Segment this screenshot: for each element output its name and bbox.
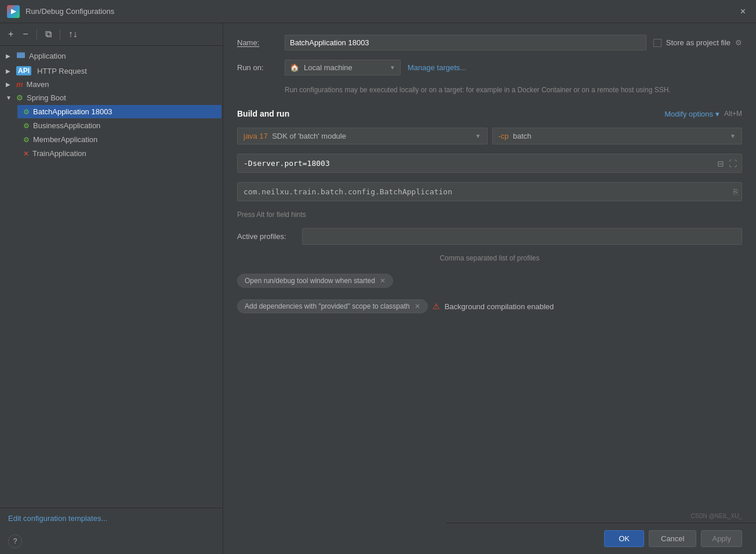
tree-group-application: ▶ Application bbox=[0, 48, 223, 64]
remove-config-button[interactable]: − bbox=[20, 28, 30, 41]
spring-app-icon-batch: ⚙ bbox=[23, 108, 30, 116]
tree-item-batch-app[interactable]: ⚙ BatchApplication 18003 bbox=[17, 105, 221, 118]
chip-debug-close-icon[interactable]: ✕ bbox=[380, 277, 386, 285]
tree-group-maven-header[interactable]: ▶ m Maven bbox=[0, 78, 223, 91]
spring-app-icon-business: ⚙ bbox=[23, 122, 30, 130]
cp-dropdown-chevron-icon: ▼ bbox=[730, 133, 736, 139]
toolbar-separator bbox=[37, 29, 37, 39]
application-folder-icon bbox=[16, 50, 26, 61]
add-config-button[interactable]: + bbox=[6, 28, 16, 41]
close-button[interactable]: × bbox=[737, 5, 749, 18]
watermark: CSDN @NEIL_XU_ bbox=[690, 513, 742, 519]
toolbar-separator-2 bbox=[60, 29, 60, 39]
chevron-right-icon: ▶ bbox=[6, 53, 13, 59]
manage-targets-link[interactable]: Manage targets... bbox=[408, 63, 466, 72]
modify-options-shortcut: Alt+M bbox=[724, 110, 742, 118]
run-on-dropdown[interactable]: 🏠 Local machine ▼ bbox=[285, 60, 401, 75]
build-sdk-row: java 17 SDK of 'batch' module ▼ -cp batc… bbox=[237, 128, 742, 144]
window-title: Run/Debug Configurations bbox=[26, 7, 731, 16]
tree-item-member-label: MemberApplication bbox=[33, 135, 97, 144]
name-input[interactable] bbox=[285, 35, 646, 50]
bg-compile-info: ⚠ Background compilation enabled bbox=[432, 302, 554, 311]
sidebar-tree: ▶ Application ▶ API HTTP Request ▶ bbox=[0, 46, 223, 279]
tree-item-train-app[interactable]: ✕ TrainApplication bbox=[17, 147, 221, 160]
copy-main-class-icon[interactable]: ⎘ bbox=[733, 187, 738, 196]
cp-text: -cp batch bbox=[499, 132, 532, 140]
sort-config-button[interactable]: ↑↓ bbox=[66, 28, 80, 41]
edit-templates-link[interactable]: Edit configuration templates... bbox=[8, 514, 107, 523]
tree-group-application-label: Application bbox=[29, 52, 66, 60]
help-button[interactable]: ? bbox=[8, 534, 22, 548]
content-panel: Name: Store as project file ⚙ Run on: 🏠 … bbox=[223, 23, 756, 554]
fullscreen-vm-options-icon[interactable]: ⛶ bbox=[728, 158, 738, 169]
tree-item-batch-label: BatchApplication 18003 bbox=[33, 107, 112, 116]
spring-boot-icon: ⚙ bbox=[16, 93, 23, 102]
name-row: Name: Store as project file ⚙ bbox=[237, 35, 742, 50]
spring-app-icon-train: ✕ bbox=[23, 150, 29, 158]
spring-boot-children: ⚙ BatchApplication 18003 ⚙ BusinessAppli… bbox=[0, 105, 223, 160]
tree-group-spring-boot: ▼ ⚙ Spring Boot ⚙ BatchApplication 18003… bbox=[0, 91, 223, 160]
main-class-row: ⎘ bbox=[237, 182, 742, 201]
tree-group-http-request: ▶ API HTTP Request bbox=[0, 64, 223, 78]
dropdown-chevron-icon: ▼ bbox=[390, 64, 395, 71]
sidebar-footer: Edit configuration templates... bbox=[0, 508, 223, 528]
sdk-dropdown[interactable]: java 17 SDK of 'batch' module ▼ bbox=[237, 128, 488, 144]
modify-options-button[interactable]: Modify options ▾ bbox=[664, 110, 719, 118]
chevron-down-icon: ▼ bbox=[6, 95, 13, 101]
local-machine-icon: 🏠 bbox=[290, 63, 299, 72]
tree-group-spring-boot-label: Spring Boot bbox=[27, 93, 66, 102]
vm-options-row: ⊟ ⛶ bbox=[237, 154, 742, 173]
copy-config-button[interactable]: ⧉ bbox=[43, 28, 54, 41]
chip-debug-window: Open run/debug tool window when started … bbox=[237, 274, 393, 288]
chevron-right-icon-3: ▶ bbox=[6, 81, 13, 88]
main-class-input[interactable] bbox=[238, 183, 730, 201]
cp-dropdown[interactable]: -cp batch ▼ bbox=[492, 128, 743, 144]
sidebar: + − ⧉ ↑↓ ▶ Application ▶ bbox=[0, 23, 223, 554]
name-label: Name: bbox=[237, 38, 278, 47]
expand-vm-options-icon[interactable]: ⊟ bbox=[716, 158, 725, 169]
gear-icon[interactable]: ⚙ bbox=[735, 38, 742, 47]
profiles-hint: Comma separated list of profiles bbox=[237, 254, 742, 262]
ok-button[interactable]: OK bbox=[604, 530, 644, 547]
chip-debug-label: Open run/debug tool window when started bbox=[245, 277, 375, 285]
vm-options-input[interactable] bbox=[238, 154, 713, 172]
tree-item-business-app[interactable]: ⚙ BusinessApplication bbox=[17, 119, 221, 132]
tree-group-spring-boot-header[interactable]: ▼ ⚙ Spring Boot bbox=[0, 91, 223, 104]
store-as-project-label: Store as project file bbox=[666, 38, 730, 47]
chips-row: Open run/debug tool window when started … bbox=[237, 274, 742, 288]
modify-options-row: Modify options ▾ Alt+M bbox=[664, 110, 742, 118]
chip-deps-close-icon[interactable]: ✕ bbox=[415, 302, 420, 310]
tree-group-application-header[interactable]: ▶ Application bbox=[0, 48, 223, 64]
active-profiles-input[interactable] bbox=[302, 228, 742, 245]
tree-group-maven: ▶ m Maven bbox=[0, 78, 223, 91]
title-bar: ▶ Run/Debug Configurations × bbox=[0, 0, 756, 23]
active-profiles-row: Active profiles: bbox=[237, 228, 742, 245]
warning-icon: ⚠ bbox=[432, 302, 440, 311]
local-machine-label: Local machine bbox=[304, 63, 352, 72]
svg-rect-1 bbox=[17, 53, 25, 58]
vm-input-actions: ⊟ ⛶ bbox=[713, 158, 742, 169]
run-on-label: Run on: bbox=[237, 63, 278, 72]
tree-item-member-app[interactable]: ⚙ MemberApplication bbox=[17, 133, 221, 146]
bg-compile-label: Background compilation enabled bbox=[445, 302, 554, 311]
main-class-actions: ⎘ bbox=[730, 187, 742, 196]
main-container: + − ⧉ ↑↓ ▶ Application ▶ bbox=[0, 23, 756, 554]
build-run-title: Build and run bbox=[237, 109, 289, 118]
sdk-text: java 17 SDK of 'batch' module bbox=[243, 132, 346, 140]
footer-buttons: OK Cancel Apply bbox=[446, 523, 756, 554]
modify-options-chevron-icon: ▾ bbox=[715, 110, 719, 118]
tree-item-train-label: TrainApplication bbox=[32, 149, 86, 158]
tree-group-maven-label: Maven bbox=[27, 80, 49, 89]
sidebar-help-row: ? bbox=[0, 528, 223, 554]
spring-app-icon-member: ⚙ bbox=[23, 136, 30, 144]
tree-group-http-header[interactable]: ▶ API HTTP Request bbox=[0, 64, 223, 78]
store-as-project-checkbox[interactable] bbox=[653, 39, 662, 47]
run-on-row: Run on: 🏠 Local machine ▼ Manage targets… bbox=[237, 60, 742, 75]
chip-deps-classpath: Add dependencies with "provided" scope t… bbox=[237, 299, 428, 313]
run-on-hint: Run configurations may be executed local… bbox=[237, 85, 742, 95]
cancel-button[interactable]: Cancel bbox=[649, 530, 696, 547]
store-as-project-row: Store as project file ⚙ bbox=[653, 38, 742, 47]
apply-button[interactable]: Apply bbox=[701, 530, 742, 547]
http-request-icon: API bbox=[16, 66, 31, 75]
tree-group-http-label: HTTP Request bbox=[37, 67, 87, 75]
